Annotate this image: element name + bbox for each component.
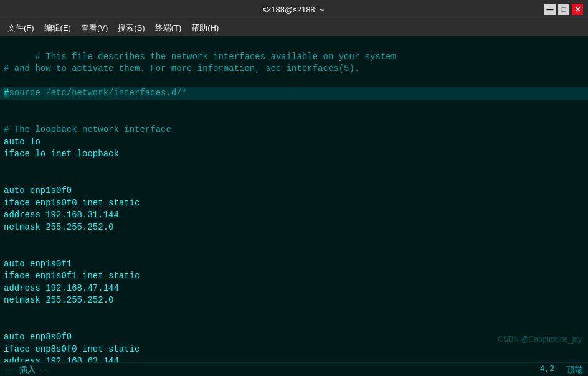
menu-view[interactable]: 查看(V) xyxy=(76,21,113,35)
line-1: # This file describes the network interf… xyxy=(35,52,396,62)
minimize-button[interactable]: — xyxy=(544,4,556,15)
terminal-text-area: # This file describes the network interf… xyxy=(4,39,584,362)
line-netmask-2: netmask 255.255.252.0 xyxy=(4,295,113,305)
line-auto-enp1s0f1: auto enp1s0f1 xyxy=(4,259,72,269)
line-iface-lo: iface lo inet loopback xyxy=(4,149,119,159)
window-controls: — □ ✕ xyxy=(544,4,583,15)
scroll-position: 顶端 xyxy=(567,364,583,375)
menu-terminal[interactable]: 终端(T) xyxy=(150,21,187,35)
terminal-content[interactable]: # This file describes the network interf… xyxy=(0,36,588,362)
watermark: CSDN @Cappuccine_jay xyxy=(498,335,582,344)
line-address-1: address 192.168.31.144 xyxy=(4,210,119,220)
line-netmask-1: netmask 255.255.252.0 xyxy=(4,222,113,232)
line-auto-lo: auto lo xyxy=(4,137,40,147)
menu-search[interactable]: 搜索(S) xyxy=(113,21,149,35)
line-auto-enp1s0f0: auto enp1s0f0 xyxy=(4,186,72,195)
line-address-3: address 192.168.63.144 xyxy=(4,356,119,362)
status-right: 4,2 顶端 xyxy=(540,364,583,375)
line-iface-enp1s0f0: iface enp1s0f0 inet static xyxy=(4,198,140,208)
menu-help[interactable]: 帮助(H) xyxy=(186,21,224,35)
line-loopback-comment: # The loopback network interface xyxy=(4,125,171,134)
menu-edit[interactable]: 编辑(E) xyxy=(39,21,76,35)
menu-file[interactable]: 文件(F) xyxy=(2,21,39,35)
title-bar: s2188@s2188: ~ — □ ✕ xyxy=(0,0,588,19)
status-bar: -- 插入 -- 4,2 顶端 xyxy=(0,362,588,376)
cursor-position: 4,2 xyxy=(540,364,554,375)
line-address-2: address 192.168.47.144 xyxy=(4,283,119,293)
line-source: #source /etc/network/interfaces.d/* xyxy=(0,87,588,100)
line-iface-enp8s0f0: iface enp8s0f0 inet static xyxy=(4,344,140,354)
line-iface-enp1s0f1: iface enp1s0f1 inet static xyxy=(4,271,140,281)
close-button[interactable]: ✕ xyxy=(572,4,583,15)
insert-mode-indicator: -- 插入 -- xyxy=(5,364,50,375)
maximize-button[interactable]: □ xyxy=(558,4,569,15)
terminal-window: s2188@s2188: ~ — □ ✕ 文件(F) 编辑(E) 查看(V) 搜… xyxy=(0,0,588,376)
line-auto-enp8s0f0: auto enp8s0f0 xyxy=(4,332,72,342)
menu-bar: 文件(F) 编辑(E) 查看(V) 搜索(S) 终端(T) 帮助(H) xyxy=(0,19,588,36)
line-2: # and how to activate them. For more inf… xyxy=(4,63,359,73)
window-title: s2188@s2188: ~ xyxy=(42,5,544,14)
